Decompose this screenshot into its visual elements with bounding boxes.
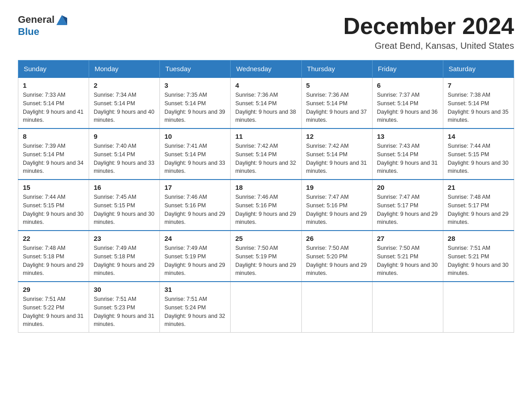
day-number: 17 [164,184,226,191]
day-info: Sunrise: 7:42 AMSunset: 5:14 PMDaylight:… [235,142,296,176]
day-info: Sunrise: 7:51 AMSunset: 5:24 PMDaylight:… [164,295,226,329]
day-info: Sunrise: 7:50 AMSunset: 5:21 PMDaylight:… [377,244,438,278]
calendar-cell: 19 Sunrise: 7:47 AMSunset: 5:16 PMDaylig… [301,180,372,231]
day-info: Sunrise: 7:34 AMSunset: 5:14 PMDaylight:… [94,91,155,124]
calendar-cell [443,282,514,333]
day-number: 31 [164,286,226,293]
day-number: 16 [94,184,155,191]
day-number: 10 [164,133,226,140]
day-number: 1 [23,81,84,89]
day-info: Sunrise: 7:51 AMSunset: 5:21 PMDaylight:… [448,244,509,278]
calendar-cell: 10 Sunrise: 7:41 AMSunset: 5:14 PMDaylig… [160,128,231,180]
week-row-2: 8 Sunrise: 7:39 AMSunset: 5:14 PMDayligh… [18,128,514,180]
day-number: 30 [94,286,155,293]
logo-icon [56,13,68,26]
calendar-cell: 27 Sunrise: 7:50 AMSunset: 5:21 PMDaylig… [372,231,443,282]
calendar-cell: 21 Sunrise: 7:48 AMSunset: 5:17 PMDaylig… [443,180,514,231]
weekday-header-row: Sunday Monday Tuesday Wednesday Thursday… [18,60,514,78]
calendar-cell [231,282,301,333]
calendar-table: Sunday Monday Tuesday Wednesday Thursday… [18,60,514,333]
day-info: Sunrise: 7:37 AMSunset: 5:14 PMDaylight:… [377,91,438,124]
calendar-cell: 23 Sunrise: 7:49 AMSunset: 5:18 PMDaylig… [89,231,160,282]
day-number: 2 [94,81,155,89]
month-title: December 2024 [343,13,514,39]
calendar-cell: 24 Sunrise: 7:49 AMSunset: 5:19 PMDaylig… [160,231,231,282]
calendar-cell: 25 Sunrise: 7:50 AMSunset: 5:19 PMDaylig… [231,231,301,282]
calendar-cell: 30 Sunrise: 7:51 AMSunset: 5:23 PMDaylig… [89,282,160,333]
calendar-cell: 4 Sunrise: 7:36 AMSunset: 5:14 PMDayligh… [231,77,301,128]
day-info: Sunrise: 7:35 AMSunset: 5:14 PMDaylight:… [164,91,226,124]
day-number: 20 [377,184,438,191]
day-info: Sunrise: 7:45 AMSunset: 5:15 PMDaylight:… [94,193,155,227]
day-number: 29 [23,286,84,293]
week-row-3: 15 Sunrise: 7:44 AMSunset: 5:15 PMDaylig… [18,180,514,231]
day-number: 5 [306,81,368,89]
logo-blue-text: Blue [18,26,39,37]
calendar-cell: 15 Sunrise: 7:44 AMSunset: 5:15 PMDaylig… [18,180,89,231]
calendar-cell: 14 Sunrise: 7:44 AMSunset: 5:15 PMDaylig… [443,128,514,180]
header-sunday: Sunday [18,60,89,78]
calendar-cell: 26 Sunrise: 7:50 AMSunset: 5:20 PMDaylig… [301,231,372,282]
day-info: Sunrise: 7:47 AMSunset: 5:16 PMDaylight:… [306,193,368,227]
day-number: 15 [23,184,84,191]
calendar-cell: 7 Sunrise: 7:38 AMSunset: 5:14 PMDayligh… [443,77,514,128]
calendar-cell: 9 Sunrise: 7:40 AMSunset: 5:14 PMDayligh… [89,128,160,180]
day-info: Sunrise: 7:48 AMSunset: 5:17 PMDaylight:… [448,193,509,227]
day-info: Sunrise: 7:44 AMSunset: 5:15 PMDaylight:… [23,193,84,227]
header-tuesday: Tuesday [160,60,231,78]
day-number: 12 [306,133,368,140]
day-info: Sunrise: 7:49 AMSunset: 5:18 PMDaylight:… [94,244,155,278]
day-number: 9 [94,133,155,140]
day-number: 27 [377,235,438,242]
day-number: 26 [306,235,368,242]
week-row-5: 29 Sunrise: 7:51 AMSunset: 5:22 PMDaylig… [18,282,514,333]
day-number: 6 [377,81,438,89]
day-info: Sunrise: 7:51 AMSunset: 5:22 PMDaylight:… [23,295,84,329]
day-info: Sunrise: 7:49 AMSunset: 5:19 PMDaylight:… [164,244,226,278]
day-info: Sunrise: 7:39 AMSunset: 5:14 PMDaylight:… [23,142,84,176]
week-row-1: 1 Sunrise: 7:33 AMSunset: 5:14 PMDayligh… [18,77,514,128]
day-number: 24 [164,235,226,242]
calendar-cell: 28 Sunrise: 7:51 AMSunset: 5:21 PMDaylig… [443,231,514,282]
calendar-cell [301,282,372,333]
day-number: 19 [306,184,368,191]
day-number: 11 [235,133,296,140]
calendar-cell: 3 Sunrise: 7:35 AMSunset: 5:14 PMDayligh… [160,77,231,128]
day-number: 14 [448,133,509,140]
page-header: General Blue December 2024 Great Bend, K… [18,13,514,51]
day-info: Sunrise: 7:44 AMSunset: 5:15 PMDaylight:… [448,142,509,176]
calendar-cell [372,282,443,333]
day-number: 21 [448,184,509,191]
calendar-cell: 1 Sunrise: 7:33 AMSunset: 5:14 PMDayligh… [18,77,89,128]
logo: General Blue [18,13,68,38]
day-number: 13 [377,133,438,140]
calendar-cell: 31 Sunrise: 7:51 AMSunset: 5:24 PMDaylig… [160,282,231,333]
day-number: 22 [23,235,84,242]
day-info: Sunrise: 7:46 AMSunset: 5:16 PMDaylight:… [164,193,226,227]
calendar-cell: 17 Sunrise: 7:46 AMSunset: 5:16 PMDaylig… [160,180,231,231]
header-monday: Monday [89,60,160,78]
day-number: 25 [235,235,296,242]
calendar-cell: 2 Sunrise: 7:34 AMSunset: 5:14 PMDayligh… [89,77,160,128]
header-thursday: Thursday [301,60,372,78]
calendar-cell: 22 Sunrise: 7:48 AMSunset: 5:18 PMDaylig… [18,231,89,282]
day-info: Sunrise: 7:36 AMSunset: 5:14 PMDaylight:… [235,91,296,124]
calendar-cell: 13 Sunrise: 7:43 AMSunset: 5:14 PMDaylig… [372,128,443,180]
day-info: Sunrise: 7:41 AMSunset: 5:14 PMDaylight:… [164,142,226,176]
week-row-4: 22 Sunrise: 7:48 AMSunset: 5:18 PMDaylig… [18,231,514,282]
location-title: Great Bend, Kansas, United States [343,41,514,51]
calendar-cell: 8 Sunrise: 7:39 AMSunset: 5:14 PMDayligh… [18,128,89,180]
day-info: Sunrise: 7:33 AMSunset: 5:14 PMDaylight:… [23,91,84,124]
day-info: Sunrise: 7:38 AMSunset: 5:14 PMDaylight:… [448,91,509,124]
calendar-cell: 20 Sunrise: 7:47 AMSunset: 5:17 PMDaylig… [372,180,443,231]
calendar-cell: 11 Sunrise: 7:42 AMSunset: 5:14 PMDaylig… [231,128,301,180]
header-friday: Friday [372,60,443,78]
day-info: Sunrise: 7:47 AMSunset: 5:17 PMDaylight:… [377,193,438,227]
calendar-cell: 18 Sunrise: 7:46 AMSunset: 5:16 PMDaylig… [231,180,301,231]
day-info: Sunrise: 7:51 AMSunset: 5:23 PMDaylight:… [94,295,155,329]
day-number: 8 [23,133,84,140]
day-info: Sunrise: 7:43 AMSunset: 5:14 PMDaylight:… [377,142,438,176]
calendar-cell: 16 Sunrise: 7:45 AMSunset: 5:15 PMDaylig… [89,180,160,231]
calendar-cell: 5 Sunrise: 7:36 AMSunset: 5:14 PMDayligh… [301,77,372,128]
logo-general-text: General [18,14,55,26]
